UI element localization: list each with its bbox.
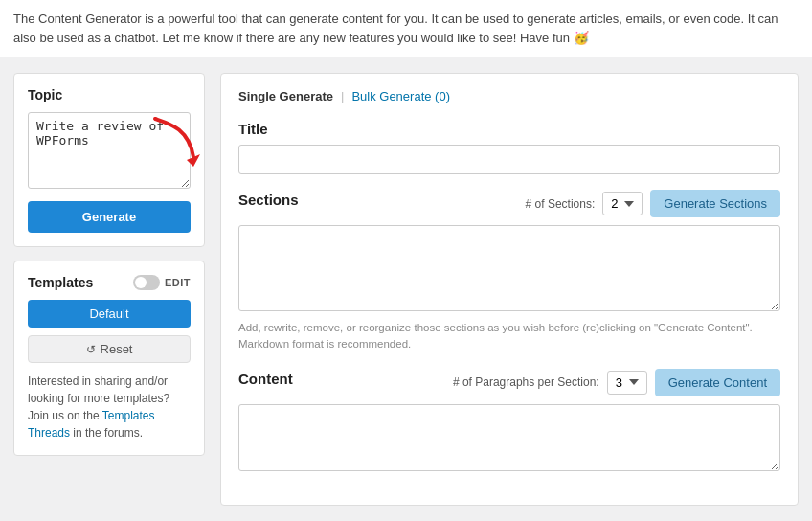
toggle-switch[interactable] <box>133 275 160 290</box>
intro-text: The Content Generator is a powerful tool… <box>13 11 778 45</box>
generate-button[interactable]: Generate <box>28 201 191 233</box>
topic-input[interactable]: Write a review of WPForms <box>28 112 191 189</box>
title-input[interactable] <box>238 145 780 174</box>
tab-bulk-generate[interactable]: Bulk Generate (0) <box>351 89 450 103</box>
sections-controls: # of Sections: 1 2 3 4 5 Generate Sectio… <box>526 190 780 217</box>
tab-single-generate[interactable]: Single Generate <box>238 89 333 103</box>
tab-bulk-count: (0) <box>435 89 450 103</box>
paragraphs-label: # of Paragraphs per Section: <box>453 375 599 389</box>
content-label: Content <box>238 371 293 387</box>
title-label: Title <box>238 121 780 137</box>
sections-textarea[interactable] <box>238 225 780 311</box>
topic-card: Topic Write a review of WPForms Generate <box>13 73 205 247</box>
content-textarea[interactable] <box>238 404 780 471</box>
sidebar: Topic Write a review of WPForms Generate… <box>13 73 205 456</box>
tab-divider: | <box>341 89 344 103</box>
content-controls: # of Paragraphs per Section: 1 2 3 4 5 G… <box>453 369 780 396</box>
edit-toggle[interactable]: EDIT <box>133 275 191 290</box>
templates-header: Templates EDIT <box>28 275 191 290</box>
content-section: Content # of Paragraphs per Section: 1 2… <box>238 369 780 474</box>
templates-footer: Interested in sharing and/or looking for… <box>28 373 191 442</box>
tab-bulk-label: Bulk Generate <box>351 89 431 103</box>
reset-button[interactable]: ↺ Reset <box>28 335 191 363</box>
sections-label: Sections <box>238 192 299 208</box>
templates-card: Templates EDIT Default ↺ Reset Intereste… <box>13 260 205 456</box>
templates-label: Templates <box>28 275 93 290</box>
default-template-button[interactable]: Default <box>28 300 191 328</box>
sections-count-select[interactable]: 1 2 3 4 5 <box>602 192 643 215</box>
reset-label: Reset <box>101 342 133 356</box>
generate-sections-button[interactable]: Generate Sections <box>650 190 780 217</box>
sections-hint: Add, rewrite, remove, or reorganize thos… <box>238 320 780 353</box>
sections-count-label: # of Sections: <box>526 197 596 211</box>
reset-icon: ↺ <box>86 343 96 356</box>
tab-bar: Single Generate | Bulk Generate (0) <box>238 89 780 103</box>
paragraphs-count-select[interactable]: 1 2 3 4 5 <box>607 371 647 395</box>
edit-label: EDIT <box>165 277 191 288</box>
topic-label: Topic <box>28 87 191 102</box>
sections-header: Sections # of Sections: 1 2 3 4 5 Genera… <box>238 190 780 217</box>
top-bar: The Content Generator is a powerful tool… <box>0 0 812 57</box>
footer-suffix: in the forums. <box>70 426 143 440</box>
generate-content-button[interactable]: Generate Content <box>655 369 780 396</box>
title-section: Title <box>238 121 780 174</box>
content-header: Content # of Paragraphs per Section: 1 2… <box>238 369 780 396</box>
right-panel: Single Generate | Bulk Generate (0) Titl… <box>220 73 799 506</box>
sections-section: Sections # of Sections: 1 2 3 4 5 Genera… <box>238 190 780 353</box>
